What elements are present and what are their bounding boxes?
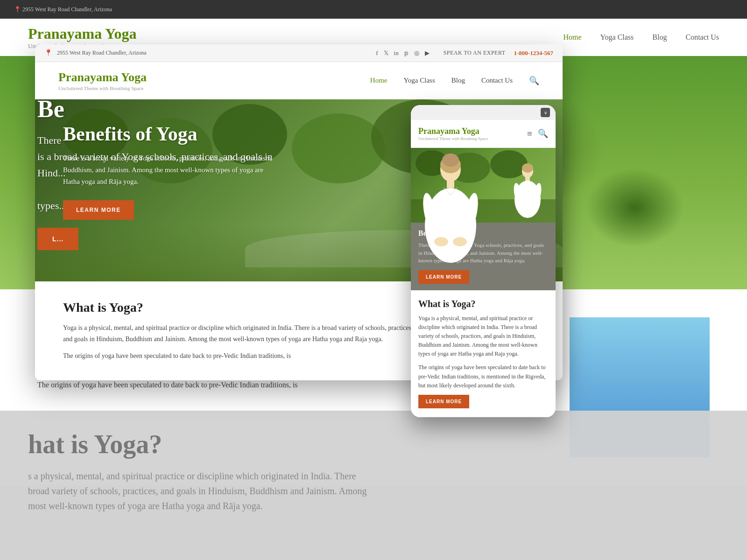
bg-nav-contact: Contact Us [685,33,719,42]
twitter-icon: 𝕏 [384,49,388,57]
mobile-header: Pranayama Yoga Uncluttered Theme with Br… [411,120,556,148]
desktop-body-text: What is Yoga? Yoga is a physical, mental… [63,300,413,362]
woman-figure [409,151,493,281]
desktop-topbar: 📍 2955 West Ray Road Chandler, Arizona f… [35,44,563,62]
bg-bottom-para: s a physical, mental, and spiritual prac… [28,469,719,513]
desktop-social-icons: f 𝕏 in 𝕡 ◎ ▶ [376,49,429,57]
desktop-hero-title: Benefits of Yoga [63,123,278,145]
svg-rect-3 [447,180,454,188]
desktop-search-icon[interactable]: 🔍 [529,76,539,86]
mobile-chrome-bar: ∨ [411,105,556,120]
mobile-search-icon[interactable]: 🔍 [538,128,548,139]
bg-logo-title: Pranayama Yoga [28,25,137,42]
desktop-hero-learn-more-button[interactable]: LEARN MORE [63,200,134,220]
desktop-nav-contact[interactable]: Contact Us [481,77,513,84]
mobile-yoga-section: What is Yoga? Yoga is a physical, mental… [411,290,556,418]
mobile-logo-subtitle: Uncluttered Theme with Breathing Space [418,136,488,141]
bg-nav: Home Yoga Class Blog Contact Us [563,33,719,42]
mobile-section-learn-more-button[interactable]: LEARN MORE [418,395,469,408]
facebook-icon: f [376,49,378,57]
mobile-menu-icon[interactable]: ≡ [527,128,532,139]
desktop-nav: Home Yoga Class Blog Contact Us 🔍 [370,76,539,86]
desktop-nav-yoga[interactable]: Yoga Class [403,77,435,84]
pinterest-icon: 𝕡 [404,49,409,57]
bg-nav-home: Home [563,33,581,42]
speak-label: SPEAK TO AN EXPERT [444,49,506,56]
svg-point-7 [434,237,448,246]
bg-bottom-overlay: hat is Yoga? s a physical, mental, and s… [0,411,747,560]
desktop-hero-content: Benefits of Yoga There is a broad variet… [35,99,306,243]
mobile-logo: Pranayama Yoga Uncluttered Theme with Br… [418,126,488,141]
desktop-hero-description: There is a broad variety of Yoga schools… [63,153,278,187]
mobile-section-para1: Yoga is a physical, mental, and spiritua… [418,314,548,359]
bg-nav-blog: Blog [652,33,667,42]
mobile-header-icons: ≡ 🔍 [527,128,548,139]
instagram-icon: ◎ [414,49,419,57]
bg-topbar: 📍 2955 West Ray Road Chandler, Arizona [0,0,747,19]
mobile-logo-title: Pranayama Yoga [418,126,488,136]
svg-point-8 [453,237,467,246]
svg-point-2 [442,154,459,167]
mobile-section-para2: The origins of yoga have been speculated… [418,363,548,390]
mobile-woman-figure [509,162,546,223]
bg-address: 📍 2955 West Ray Road Chandler, Arizona [14,6,112,13]
desktop-nav-blog[interactable]: Blog [451,77,465,84]
phone-number: 1-800-1234-567 [514,49,554,57]
desktop-body-para1: Yoga is a physical, mental, and spiritua… [63,322,413,345]
mobile-section-title: What is Yoga? [418,299,548,309]
desktop-body-title: What is Yoga? [63,300,413,315]
bg-nav-yoga: Yoga Class [600,33,634,42]
youtube-icon: ▶ [425,49,430,57]
linkedin-icon: in [394,49,399,57]
svg-point-10 [522,163,533,173]
desktop-body-para2: The origins of yoga have been speculated… [63,350,413,362]
bg-bottom-title: hat is Yoga? [28,429,719,459]
location-icon: 📍 [44,49,52,57]
desktop-address: 2955 West Ray Road Chandler, Arizona [57,49,147,56]
mobile-chevron-icon[interactable]: ∨ [541,108,550,117]
desktop-nav-home[interactable]: Home [370,77,388,84]
